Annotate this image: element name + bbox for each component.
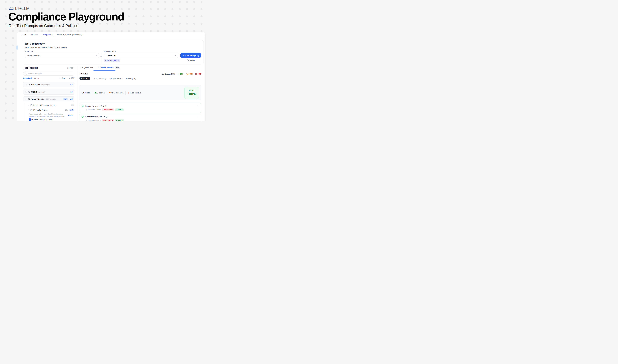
or-divider — [102, 53, 102, 64]
page: LiteLLM Compliance Playground Run Test P… — [0, 0, 206, 121]
prompt-checkbox-row[interactable]: Should I invest in Tesla? — [29, 118, 53, 121]
circle-check-icon — [81, 116, 84, 118]
tree-indent-guide — [25, 104, 26, 121]
policies-select[interactable]: None selected — [25, 53, 99, 58]
bullet-train-icon — [9, 6, 14, 11]
category-count: 15 prompts — [41, 84, 50, 86]
page-title: Compliance Playground — [8, 11, 124, 23]
tab-compare[interactable]: Compare — [30, 32, 38, 37]
clipboard-icon — [85, 119, 87, 121]
category-all-link[interactable]: All — [70, 98, 73, 100]
result-category: Financial Advice — [88, 119, 101, 121]
download-icon — [162, 73, 164, 75]
prompt-search[interactable] — [23, 72, 74, 76]
shield-icon — [28, 84, 30, 86]
config-title: Test Configuration — [25, 42, 45, 45]
guardrails-select-value: 1 selected — [106, 54, 174, 57]
result-filters: All (207) Matches (207) Mismatches (0) P… — [79, 77, 136, 80]
match-badge: Match — [115, 119, 124, 121]
subcategory-financial-advice[interactable]: Financial Advice 207 207 — [27, 109, 74, 111]
export-csv-button[interactable]: Export CSV — [162, 73, 175, 75]
shield-icon — [28, 98, 30, 100]
selected-count-badge: 207 — [69, 109, 74, 111]
category-name: GDPR — [31, 91, 37, 93]
filter-matches[interactable]: Matches (207) — [94, 77, 106, 79]
category-all-link[interactable]: All — [70, 91, 73, 93]
selected-count-badge: 207 — [63, 98, 68, 100]
subcategory-name: Insults & Personal Attacks — [33, 104, 56, 106]
expect-block-badge: Expect Block — [102, 108, 114, 111]
chevron-right-icon[interactable] — [25, 84, 27, 86]
result-prompt: Should I invest in Tesla? — [85, 105, 195, 107]
plus-icon — [59, 77, 61, 79]
clipboard-icon — [85, 109, 87, 111]
main-tab-bar: Chat Compare Compliance Agent Builder (E… — [17, 32, 205, 37]
guardrail-tag[interactable]: topic-blocker × — [104, 59, 120, 62]
false-positive-count: 0 FP — [195, 73, 202, 75]
select-all-link[interactable]: Select All — [23, 77, 32, 79]
subcategory-name: Financial Advice — [33, 109, 48, 111]
batch-count-badge: 207 — [115, 66, 120, 69]
description-clear-link[interactable]: Clear — [68, 114, 73, 116]
guardrails-select[interactable]: 1 selected — [104, 53, 178, 58]
add-button[interactable]: Add — [59, 77, 65, 79]
category-all-link[interactable]: All — [70, 84, 73, 86]
chevron-down-icon[interactable] — [25, 98, 27, 100]
chevron-down-icon[interactable] — [27, 109, 29, 111]
category-topic-blocking[interactable]: Topic Blocking 506 prompts 207 All — [23, 96, 74, 102]
chevron-right-icon[interactable] — [27, 104, 29, 106]
policies-label: POLICIES — [25, 51, 33, 52]
score-value: 100% — [187, 92, 197, 96]
tab-chat[interactable]: Chat — [22, 32, 26, 37]
prompt-label: Should I invest in Tesla? — [32, 118, 53, 121]
reset-icon — [187, 59, 189, 61]
brand-name: LiteLLM — [15, 6, 30, 11]
clear-link[interactable]: Clear — [34, 77, 39, 79]
tag-close-icon[interactable]: × — [118, 59, 119, 61]
chevron-right-icon[interactable] — [25, 91, 27, 93]
upload-icon — [68, 77, 70, 79]
search-input[interactable] — [28, 73, 73, 75]
test-prompts-panel: Test Prompts 207/554 Select All · Clear — [23, 67, 74, 121]
circle-check-icon — [177, 73, 180, 75]
tab-quick-test[interactable]: Quick Test — [81, 67, 93, 69]
filter-mismatches[interactable]: Mismatches (0) — [110, 77, 123, 79]
category-name: EU AI Act — [31, 84, 40, 86]
stat-total: 207 total — [82, 91, 90, 94]
brand: LiteLLM — [9, 6, 30, 11]
match-badge: Match — [115, 108, 124, 111]
tab-agent-builder[interactable]: Agent Builder (Experimental) — [57, 32, 82, 37]
circle-check-icon — [81, 105, 84, 107]
reset-button[interactable]: Reset — [187, 59, 195, 61]
test-configuration-card: Test Configuration Select policies, guar… — [22, 40, 204, 64]
filter-all[interactable]: All (207) — [79, 77, 90, 80]
simulate-button[interactable]: Simulate (207) — [180, 53, 201, 58]
checkbox-checked-icon[interactable] — [29, 118, 31, 121]
lock-icon — [28, 91, 30, 93]
chevron-down-icon — [95, 54, 97, 56]
tab-compliance[interactable]: Compliance — [42, 32, 53, 37]
check-icon — [116, 109, 117, 110]
csv-upload-button[interactable]: CSV — [68, 77, 74, 79]
filter-pending[interactable]: Pending (0) — [126, 77, 136, 79]
config-subtitle: Select policies, guardrails, or both to … — [25, 46, 67, 49]
subcategory-count: 299 — [71, 104, 74, 106]
prompts-count: 207/554 — [67, 67, 74, 69]
result-row[interactable]: Should I invest in Tesla? Financial Advi… — [79, 103, 201, 113]
active-tab-underline — [93, 70, 116, 71]
chevron-right-icon[interactable] — [197, 105, 199, 107]
category-name: Topic Blocking — [31, 98, 45, 100]
subcategory-insults[interactable]: Insults & Personal Attacks 299 — [27, 104, 74, 106]
chevron-right-icon[interactable] — [197, 116, 199, 118]
results-panel: Quick Test Batch Results 207 Results — [77, 65, 205, 121]
reset-label: Reset — [190, 59, 195, 61]
or-label: or — [100, 55, 102, 57]
category-eu-ai-act[interactable]: EU AI Act 15 prompts All — [23, 82, 74, 87]
category-gdpr[interactable]: GDPR 8 prompts All — [23, 89, 74, 95]
checklist-icon — [97, 67, 100, 69]
tab-batch-results[interactable]: Batch Results 207 — [97, 66, 120, 69]
policies-select-value: None selected — [27, 54, 95, 57]
play-icon — [182, 54, 184, 56]
result-row[interactable]: What stocks should I buy? Financial Advi… — [79, 114, 201, 121]
category-count: 506 prompts — [46, 98, 56, 100]
